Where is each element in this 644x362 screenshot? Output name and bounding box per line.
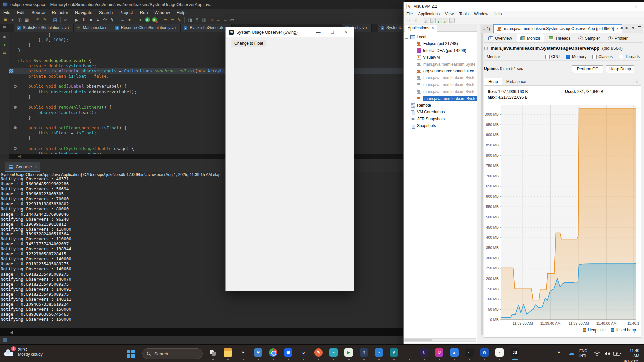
tab-monitor[interactable]: Monitor [517,34,544,42]
annotations-icon[interactable]: ▥ [201,17,208,23]
editor-tab-staticfieldsimulation-java[interactable]: JStaticFieldSimulation.java [14,24,74,32]
console-hscrollbar[interactable]: ◀ [0,328,405,336]
save-icon[interactable]: ◫ [412,18,418,23]
add-snapshot-icon[interactable] [449,18,455,23]
fold-marker-icon[interactable] [14,147,17,150]
step-into-icon[interactable]: ↳ [94,17,101,23]
document-tab-close-icon[interactable]: × [616,26,619,31]
skip-breakpoints-icon[interactable]: ⊘ [62,17,69,23]
visualvm-menu-applications[interactable]: Applications [415,12,442,16]
checkbox-threads[interactable]: Threads [619,54,640,59]
taskbar-icon-paint[interactable]: ✎ [311,347,326,361]
classes-checkbox[interactable] [592,55,597,59]
applications-tab-close-icon[interactable]: × [432,26,434,31]
taskbar-icon-staruml[interactable]: ↯ [356,347,371,361]
tree-item-vm-coredumps[interactable]: VM Coredumps [404,109,477,115]
run-config-icon[interactable]: ▶ [152,17,157,22]
eclipse-menu-search[interactable]: Search [96,10,116,15]
terminate-icon[interactable]: ■ [87,17,94,23]
eclipse-menu-source[interactable]: Source [28,10,48,15]
tree-item-jfr-snapshots[interactable]: 88JFR Snapshots [404,116,477,122]
panel-splitter[interactable] [477,24,480,343]
wifi-icon[interactable] [594,351,600,356]
tree-item-local[interactable]: Local [404,34,477,40]
tab-list-dropdown-icon[interactable]: ▼ [631,26,635,30]
threads-checkbox[interactable] [619,55,623,59]
eclipse-menu-run[interactable]: Run [137,10,151,15]
taskbar-icon-notepads[interactable]: ≡ [326,347,341,361]
show-whitespace-icon[interactable]: ¶ [194,17,201,23]
tab-applications[interactable]: Applications × [405,25,437,32]
tab-overview[interactable]: Overview [485,34,515,42]
taskbar-icon-snipping-tool[interactable]: ✂ [235,347,251,361]
eclipse-menu-project[interactable]: Project [116,10,136,15]
taskbar-clock[interactable]: 11:40 AM 8/1/2025 [624,348,639,362]
taskbar-icon-eclipse-ide[interactable]: ☾ [417,347,432,361]
debug-bug-icon[interactable]: ● [0,42,9,47]
swing-close-button[interactable]: ✕ [339,27,354,37]
document-tab-partial[interactable]: ...4) [481,25,492,33]
tab-scroll-left-icon[interactable]: ◀ [620,26,622,30]
maximize-view-icon[interactable] [638,26,641,30]
taskbar-icon-camtasia[interactable]: V [386,347,401,361]
tree-item-main-java-memleaksim-syste[interactable]: main.java.memleaksim.Syste [404,95,477,102]
resume-icon[interactable]: ▶ [73,17,80,23]
visualvm-minimize-button[interactable]: – [604,4,617,9]
save-icon[interactable]: ◫ [16,17,23,23]
start-button[interactable] [127,350,135,358]
eclipse-menu-navigate[interactable]: Navigate [72,10,96,15]
document-tab-active[interactable]: main.java.memleaksim.SystemUsageObserver… [493,24,622,33]
new-wizard-icon[interactable]: ▣ [2,17,9,23]
taskbar-icon-terminal[interactable]: ›_ [462,347,477,361]
format-icon[interactable]: ✎ [176,17,183,23]
tab-metaspace[interactable]: Metaspace [502,78,531,85]
search-box[interactable]: Search [142,348,203,359]
visualvm-close-button[interactable]: × [630,4,642,9]
redo-icon[interactable]: ↷ [41,17,48,23]
tree-item-main-java-memleaksim-syste[interactable]: main.java.memleaksim.Syste [404,74,477,81]
console-close-icon[interactable]: × [34,164,37,169]
cpu-checkbox[interactable] [545,55,550,59]
editor-tab-matcher-class[interactable]: 01Matcher.class [74,24,112,32]
tree-item-main-java-memleaksim-syste[interactable]: main.java.memleaksim.Syste [404,81,477,88]
taskbar-icon-jetbrains-runtime[interactable]: JB [507,347,522,361]
editor-area-icon[interactable]: ▤ [3,25,6,29]
last-edit-icon[interactable]: ▭ [229,17,236,23]
language-indicator[interactable]: ENGINTL [579,348,587,358]
taskbar-icon-intellij-idea[interactable]: IJ [432,347,447,361]
editor-tab-resourceclosesimulation-java[interactable]: JResourceCloseSimulation.java [112,24,181,32]
monitor-vscrollbar[interactable] [480,33,484,338]
tree-item-visualvm[interactable]: VisualVM [404,54,477,61]
tab-console[interactable]: Console × [5,162,40,172]
checkbox-cpu[interactable]: CPU [545,54,560,59]
taskbar-icon-explorer[interactable] [220,347,235,361]
add-bookmark-icon[interactable]: ⊕ [208,17,215,23]
onedrive-icon[interactable]: ☁ [569,349,574,356]
add-jmx-connection-icon[interactable] [430,18,436,23]
swing-minimize-button[interactable]: — [311,27,325,37]
taskbar-icon-recorder[interactable]: ▶ [341,347,356,361]
taskbar-icon-word[interactable]: W [477,347,492,361]
change-to-float-button[interactable]: Change to Float [231,40,266,47]
run-icon[interactable]: ▶ [145,17,150,22]
restore-view-icon[interactable]: ▣ [0,35,9,39]
taskbar-icon-gallery[interactable]: ▲ [447,347,462,361]
suspend-icon[interactable]: ‖ [80,17,87,23]
fold-marker-icon[interactable] [14,85,17,88]
tab-scroll-right-icon[interactable]: ▶ [626,26,628,30]
new-dropdown-icon[interactable]: ▾ [9,17,16,23]
debug-icon[interactable]: ● [137,17,144,23]
visualvm-maximize-button[interactable] [617,4,630,9]
heap-dump-button[interactable]: Heap Dump [606,65,634,73]
tree-expander-icon[interactable] [405,36,408,39]
eclipse-menu-help[interactable]: Help [173,10,189,15]
taskbar-icon-movies[interactable]: ≋ [251,347,266,361]
drop-to-frame-icon[interactable]: ▼ [126,17,133,23]
add-jfr-snapshot-icon[interactable] [443,18,448,23]
open-console-icon[interactable]: ▤ [52,17,59,23]
taskbar-icon-task-view[interactable] [205,347,220,361]
taskbar-icon-visualvm[interactable]: ● [492,347,507,361]
import-folder-icon[interactable]: ▱ [169,17,176,23]
taskbar-icon-docker[interactable]: ▣ [281,347,296,361]
eclipse-menu-window[interactable]: Window [151,10,173,15]
